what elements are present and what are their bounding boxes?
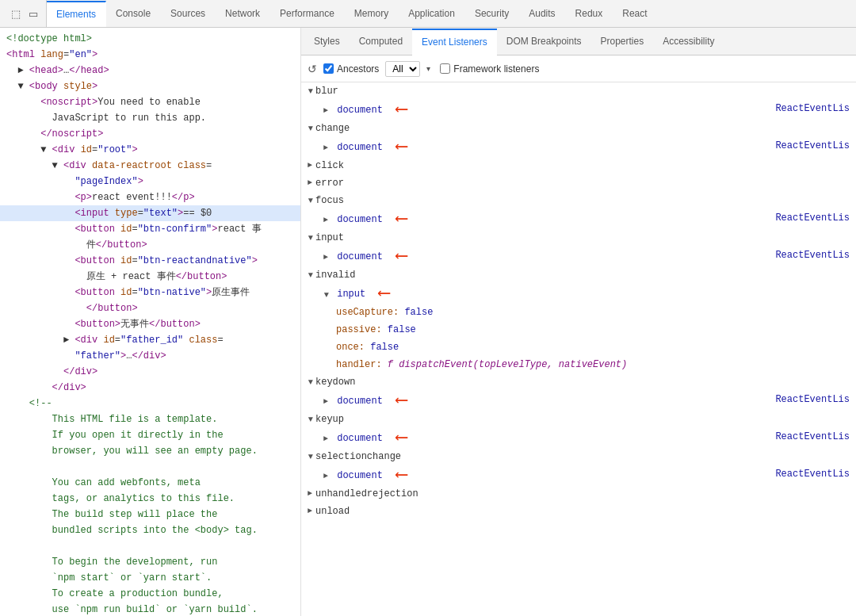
tab-application[interactable]: Application — [399, 0, 465, 27]
event-blur-document-link[interactable]: document — [337, 105, 383, 116]
event-selectionchange-header[interactable]: ► selectionchange — [301, 448, 856, 465]
event-keyup-document-link[interactable]: document — [337, 433, 383, 444]
event-change-header[interactable]: ► change — [301, 120, 856, 137]
event-invalid-input-link[interactable]: input — [337, 289, 365, 300]
dom-div-root[interactable]: ▼ <div id="root"> — [0, 142, 300, 158]
dom-head[interactable]: ► <head>…</head> — [0, 63, 300, 78]
event-invalid-usecapture: useCapture: false — [301, 304, 856, 321]
event-input-document-link[interactable]: document — [337, 251, 383, 262]
dom-panel[interactable]: <!doctype html> <html lang="en"> ► <head… — [0, 28, 301, 616]
expand-icon: ► — [308, 487, 312, 501]
event-click-name: click — [315, 159, 344, 173]
dom-html[interactable]: <html lang="en"> — [0, 47, 300, 63]
event-keyup-document[interactable]: ► document ⟵ ReactEventLis — [301, 428, 856, 448]
device-icon[interactable]: ▭ — [27, 7, 40, 20]
ancestors-checkbox-wrap: Ancestors — [323, 63, 379, 75]
tab-event-listeners[interactable]: Event Listeners — [412, 29, 497, 55]
event-invalid-input[interactable]: ► input ⟵ — [301, 284, 856, 304]
dom-pageindex: "pageIndex"> — [0, 174, 300, 189]
tab-audits[interactable]: Audits — [519, 0, 565, 27]
top-tab-bar: ⬚ ▭ Elements Console Sources Network Per… — [0, 0, 856, 28]
event-unload-header[interactable]: ► unload — [301, 503, 856, 520]
tab-network[interactable]: Network — [216, 0, 270, 27]
event-keyup-header[interactable]: ► keyup — [301, 411, 856, 428]
framework-checkbox[interactable] — [440, 63, 450, 74]
event-change-document-link[interactable]: document — [337, 142, 383, 153]
ancestors-label: Ancestors — [337, 63, 379, 75]
event-selectionchange-document-link[interactable]: document — [337, 470, 383, 481]
event-input-header[interactable]: ► input — [301, 229, 856, 247]
event-blur-react-label[interactable]: ReactEventLis — [775, 101, 850, 116]
framework-checkbox-wrap: Framework listeners — [440, 63, 539, 75]
framework-label: Framework listeners — [453, 63, 539, 75]
event-focus-document-link[interactable]: document — [337, 214, 383, 225]
main-layout: <!doctype html> <html lang="en"> ► <head… — [0, 28, 856, 616]
event-focus-react-label[interactable]: ReactEventLis — [775, 211, 850, 225]
event-focus-name: focus — [315, 193, 344, 208]
event-group-click: ► click — [301, 157, 856, 174]
dom-btn-reactandnative[interactable]: <button id="btn-reactandnative"> — [0, 253, 300, 269]
event-group-error: ► error — [301, 174, 856, 192]
tab-memory[interactable]: Memory — [345, 0, 399, 27]
dom-div-reactroot[interactable]: ▼ <div data-reactroot class= — [0, 158, 300, 174]
event-blur-document[interactable]: ► document ⟵ ReactEventLis — [301, 100, 856, 120]
tab-styles[interactable]: Styles — [304, 28, 350, 55]
dropdown-arrow-icon[interactable]: ▾ — [426, 64, 430, 73]
tab-security[interactable]: Security — [465, 0, 519, 27]
event-change-document[interactable]: ► document ⟵ ReactEventLis — [301, 137, 856, 157]
child-expand-icon: ► — [323, 143, 328, 152]
event-invalid-header[interactable]: ► invalid — [301, 266, 856, 284]
tab-dom-breakpoints[interactable]: DOM Breakpoints — [497, 28, 591, 55]
dom-noscript-open[interactable]: <noscript>You need to enable — [0, 94, 300, 110]
event-keydown-document[interactable]: ► document ⟵ ReactEventLis — [301, 391, 856, 411]
event-selectionchange-document[interactable]: ► document ⟵ ReactEventLis — [301, 465, 856, 485]
event-input-name: input — [315, 231, 344, 245]
dom-btn-native[interactable]: <button id="btn-native">原生事件 — [0, 285, 300, 300]
event-keydown-react-label[interactable]: ReactEventLis — [775, 392, 850, 407]
event-input-react-label[interactable]: ReactEventLis — [775, 248, 850, 262]
event-keyup-name: keyup — [315, 412, 344, 427]
child-expand-icon: ► — [323, 397, 328, 406]
expand-icon: ► — [303, 235, 317, 240]
tab-accessibility[interactable]: Accessibility — [653, 28, 724, 55]
event-keydown-header[interactable]: ► keydown — [301, 373, 856, 391]
inspect-icon[interactable]: ⬚ — [10, 7, 22, 20]
tab-properties[interactable]: Properties — [590, 28, 653, 55]
tab-performance[interactable]: Performance — [270, 0, 345, 27]
event-group-blur: ► blur ► document ⟵ ReactEventLis — [301, 82, 856, 120]
ancestors-checkbox[interactable] — [323, 63, 334, 74]
events-content[interactable]: ► blur ► document ⟵ ReactEventLis ► chan… — [301, 82, 856, 616]
event-keyup-react-label[interactable]: ReactEventLis — [775, 430, 850, 444]
dom-btn-native-close: </button> — [0, 300, 300, 316]
event-unhandledrejection-name: unhandledrejection — [315, 487, 418, 501]
event-unhandledrejection-header[interactable]: ► unhandledrejection — [301, 485, 856, 503]
dom-div-father[interactable]: ► <div id="father_id" class= — [0, 332, 300, 348]
event-focus-document[interactable]: ► document ⟵ ReactEventLis — [301, 209, 856, 229]
dom-btn-no-event[interactable]: <button>无事件</button> — [0, 316, 300, 332]
tab-console[interactable]: Console — [106, 0, 161, 27]
dom-btn-confirm[interactable]: <button id="btn-confirm">react 事 — [0, 221, 300, 237]
dom-body[interactable]: ▼ <body style> — [0, 78, 300, 94]
reload-icon[interactable]: ↺ — [308, 63, 317, 75]
dom-comment-3: browser, you will see an empty page. — [0, 443, 300, 459]
dom-noscript-text: JavaScript to run this app. — [0, 110, 300, 126]
event-error-header[interactable]: ► error — [301, 174, 856, 192]
event-focus-header[interactable]: ► focus — [301, 192, 856, 209]
tab-elements[interactable]: Elements — [47, 1, 106, 28]
tab-redux[interactable]: Redux — [566, 0, 613, 27]
tab-computed[interactable]: Computed — [350, 28, 412, 55]
ancestors-filter-select[interactable]: All — [385, 61, 420, 77]
event-selectionchange-react-label[interactable]: ReactEventLis — [775, 467, 850, 481]
event-input-document[interactable]: ► document ⟵ ReactEventLis — [301, 247, 856, 266]
tab-react[interactable]: React — [613, 0, 657, 27]
event-click-header[interactable]: ► click — [301, 157, 856, 174]
event-group-invalid: ► invalid ► input ⟵ useCapture: false pa… — [301, 266, 856, 373]
event-change-react-label[interactable]: ReactEventLis — [775, 139, 850, 153]
event-keydown-document-link[interactable]: document — [337, 396, 383, 407]
expand-icon: ► — [303, 454, 317, 459]
event-blur-header[interactable]: ► blur — [301, 82, 856, 100]
dom-p-react[interactable]: <p>react event!!!</p> — [0, 189, 300, 205]
dom-input-selected[interactable]: <input type="text">== $0 — [0, 205, 300, 221]
event-invalid-name: invalid — [315, 268, 355, 282]
tab-sources[interactable]: Sources — [161, 0, 216, 27]
